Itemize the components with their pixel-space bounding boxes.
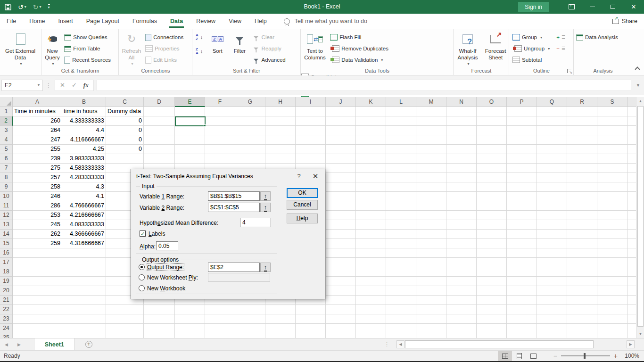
column-header-I[interactable]: I <box>296 97 326 107</box>
cell-N22[interactable] <box>446 305 477 314</box>
cell-A3[interactable]: 264 <box>13 126 62 135</box>
cell-Q25[interactable] <box>537 333 567 338</box>
cell-N23[interactable] <box>446 314 477 324</box>
cell-B12[interactable]: 4.216666667 <box>62 211 106 220</box>
cell-O5[interactable] <box>477 145 507 154</box>
cell-J6[interactable] <box>326 154 356 164</box>
cell-I23[interactable] <box>296 314 326 324</box>
cell-P18[interactable] <box>507 267 537 277</box>
new-sheet-icon[interactable]: + <box>85 341 92 348</box>
cell-C1[interactable]: Dummy data <box>106 107 144 116</box>
cell-S6[interactable] <box>597 154 627 164</box>
cell-M9[interactable] <box>416 182 446 192</box>
recent-sources-button[interactable]: Recent Sources <box>64 55 117 65</box>
cell-P8[interactable] <box>507 173 537 182</box>
cell-O22[interactable] <box>477 305 507 314</box>
dialog-help-icon[interactable]: ? <box>292 169 306 183</box>
cell-F25[interactable] <box>205 333 235 338</box>
cell-C5[interactable]: 0 <box>106 145 144 154</box>
cell-O17[interactable] <box>477 258 507 267</box>
flash-fill-button[interactable]: Flash Fill <box>330 33 392 42</box>
cell-C3[interactable]: 0 <box>106 126 144 135</box>
cell-H5[interactable] <box>265 145 296 154</box>
cell-O23[interactable] <box>477 314 507 324</box>
cell-N18[interactable] <box>446 267 477 277</box>
column-header-A[interactable]: A <box>13 97 62 107</box>
cell-P9[interactable] <box>507 182 537 192</box>
cell-H24[interactable] <box>265 324 296 333</box>
cell-M10[interactable] <box>416 192 446 201</box>
cell-P14[interactable] <box>507 230 537 239</box>
cell-K4[interactable] <box>356 135 386 145</box>
cell-R18[interactable] <box>567 267 597 277</box>
cell-J17[interactable] <box>326 258 356 267</box>
cell-T1[interactable] <box>627 107 636 116</box>
tab-formulas[interactable]: Formulas <box>126 14 164 29</box>
cell-Q4[interactable] <box>537 135 567 145</box>
cell-B16[interactable] <box>62 248 106 258</box>
cell-C25[interactable] <box>106 333 144 338</box>
cell-T4[interactable] <box>627 135 636 145</box>
variable1-input[interactable] <box>208 191 260 201</box>
cell-F3[interactable] <box>205 126 235 135</box>
cell-R4[interactable] <box>567 135 597 145</box>
row-header-23[interactable]: 23 <box>0 314 13 324</box>
cell-T19[interactable] <box>627 277 636 286</box>
cell-N12[interactable] <box>446 211 477 220</box>
cell-L24[interactable] <box>386 324 416 333</box>
cell-D22[interactable] <box>144 305 175 314</box>
column-header-K[interactable]: K <box>356 97 386 107</box>
cell-T18[interactable] <box>627 267 636 277</box>
column-header-G[interactable]: G <box>235 97 265 107</box>
cell-L17[interactable] <box>386 258 416 267</box>
cell-Q1[interactable] <box>537 107 567 116</box>
cell-G2[interactable] <box>235 116 265 126</box>
cell-B1[interactable]: time in hours <box>62 107 106 116</box>
cell-K22[interactable] <box>356 305 386 314</box>
cell-N10[interactable] <box>446 192 477 201</box>
cell-S21[interactable] <box>597 296 627 305</box>
column-header-J[interactable]: J <box>326 97 356 107</box>
cell-F1[interactable] <box>205 107 235 116</box>
cell-L9[interactable] <box>386 182 416 192</box>
tab-data[interactable]: Data <box>164 14 190 29</box>
cell-T5[interactable] <box>627 145 636 154</box>
cell-O24[interactable] <box>477 324 507 333</box>
cell-Q7[interactable] <box>537 164 567 173</box>
output-range-radio[interactable] <box>139 264 145 270</box>
cell-J7[interactable] <box>326 164 356 173</box>
cell-O8[interactable] <box>477 173 507 182</box>
cell-L13[interactable] <box>386 220 416 230</box>
cell-S24[interactable] <box>597 324 627 333</box>
cell-F24[interactable] <box>205 324 235 333</box>
cell-T2[interactable] <box>627 116 636 126</box>
cell-H4[interactable] <box>265 135 296 145</box>
cell-B2[interactable]: 4.333333333 <box>62 116 106 126</box>
cell-K9[interactable] <box>356 182 386 192</box>
cell-B7[interactable]: 4.583333333 <box>62 164 106 173</box>
cell-M6[interactable] <box>416 154 446 164</box>
cell-P20[interactable] <box>507 286 537 296</box>
variable1-range-picker[interactable]: ↑ <box>260 191 271 201</box>
cell-L18[interactable] <box>386 267 416 277</box>
cell-G24[interactable] <box>235 324 265 333</box>
cell-M12[interactable] <box>416 211 446 220</box>
row-header-19[interactable]: 19 <box>0 277 13 286</box>
cell-M17[interactable] <box>416 258 446 267</box>
cell-O10[interactable] <box>477 192 507 201</box>
cell-B11[interactable]: 4.766666667 <box>62 201 106 211</box>
cell-I2[interactable] <box>296 116 326 126</box>
cell-J18[interactable] <box>326 267 356 277</box>
cell-N8[interactable] <box>446 173 477 182</box>
cell-N19[interactable] <box>446 277 477 286</box>
zoom-in-icon[interactable]: + <box>614 352 618 360</box>
cell-J1[interactable] <box>326 107 356 116</box>
cell-A6[interactable]: 239 <box>13 154 62 164</box>
vertical-scrollbar[interactable]: ▲ ▼ <box>636 97 644 338</box>
row-header-24[interactable]: 24 <box>0 324 13 333</box>
cell-Q5[interactable] <box>537 145 567 154</box>
cell-A16[interactable] <box>13 248 62 258</box>
cell-C24[interactable] <box>106 324 144 333</box>
cell-O3[interactable] <box>477 126 507 135</box>
horizontal-scrollbar[interactable]: ◀ ▶ <box>396 340 635 349</box>
